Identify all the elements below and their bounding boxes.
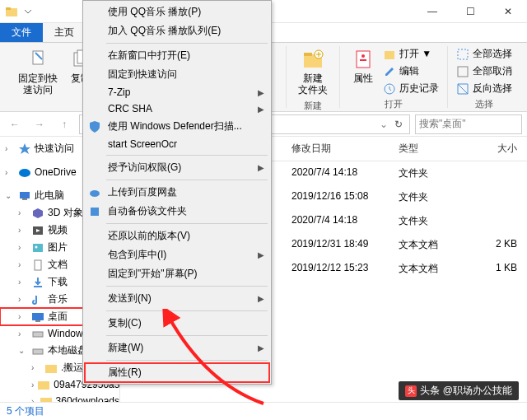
ctx-item[interactable]: 发送到(N)▶ xyxy=(85,289,269,308)
invert-button[interactable]: 反向选择 xyxy=(456,81,512,96)
ctx-item[interactable]: 在新窗口中打开(E) xyxy=(85,46,269,65)
open-group-label: 打开 xyxy=(385,96,403,110)
ctx-item[interactable]: 使用 QQ音乐 播放(P) xyxy=(85,2,269,21)
chevron-right-icon: ▶ xyxy=(258,294,264,303)
dropdown-icon[interactable]: ⌄ xyxy=(380,119,388,130)
svg-rect-23 xyxy=(33,244,43,252)
svg-point-18 xyxy=(19,169,30,177)
tab-home[interactable]: 主页 xyxy=(43,23,86,42)
ctx-item[interactable]: 复制(C) xyxy=(85,314,269,333)
properties-button[interactable]: 属性 xyxy=(348,46,378,96)
newfolder-icon xyxy=(301,48,324,71)
chevron-right-icon: ▶ xyxy=(258,88,264,97)
svg-rect-1 xyxy=(6,7,11,10)
svg-rect-25 xyxy=(35,260,41,270)
svg-rect-32 xyxy=(38,381,49,390)
newfolder-button[interactable]: 新建 文件夹 xyxy=(295,46,331,98)
ctx-item[interactable]: 加入 QQ音乐 播放队列(E) xyxy=(85,21,269,40)
svg-rect-14 xyxy=(458,67,468,77)
svg-point-9 xyxy=(361,54,365,58)
ctx-item[interactable]: start ScreenOcr xyxy=(85,136,269,152)
open-icon xyxy=(383,48,396,61)
new-group-label: 新建 xyxy=(304,98,322,112)
close-button[interactable]: ✕ xyxy=(489,0,527,23)
ctx-item[interactable]: 还原以前的版本(V) xyxy=(85,226,269,245)
svg-rect-11 xyxy=(385,51,394,59)
history-icon xyxy=(383,82,396,96)
chevron-right-icon: ▶ xyxy=(258,105,264,114)
backup-icon xyxy=(88,205,101,218)
open-button[interactable]: 打开 ▼ xyxy=(383,46,439,62)
nav-back-button[interactable]: ← xyxy=(5,114,25,134)
col-size[interactable]: 大小 xyxy=(474,137,524,161)
chevron-right-icon: ▶ xyxy=(258,343,264,352)
svg-rect-28 xyxy=(35,320,40,322)
ctx-item[interactable]: CRC SHA▶ xyxy=(85,100,269,117)
svg-rect-31 xyxy=(45,365,57,373)
history-button[interactable]: 历史记录 xyxy=(383,81,439,96)
edit-icon xyxy=(383,65,396,78)
tab-file[interactable]: 文件 xyxy=(0,23,43,42)
col-date[interactable]: 修改日期 xyxy=(285,137,392,161)
svg-rect-26 xyxy=(34,286,42,287)
select-group-label: 选择 xyxy=(475,96,493,110)
svg-rect-20 xyxy=(22,198,27,200)
invert-icon xyxy=(456,82,469,96)
refresh-icon[interactable]: ↻ xyxy=(391,119,406,130)
svg-marker-17 xyxy=(19,143,30,154)
svg-rect-19 xyxy=(20,192,30,198)
search-input[interactable]: 搜索"桌面" xyxy=(415,114,522,134)
ctx-item[interactable]: 固定到"开始"屏幕(P) xyxy=(85,264,269,283)
svg-rect-13 xyxy=(458,49,468,59)
svg-rect-35 xyxy=(91,208,99,216)
svg-point-34 xyxy=(90,190,100,197)
pin-button[interactable]: 固定到快 速访问 xyxy=(15,46,61,98)
selectall-button[interactable]: 全部选择 xyxy=(456,46,512,62)
svg-rect-33 xyxy=(40,398,52,402)
minimize-button[interactable]: — xyxy=(413,0,451,23)
ctx-item[interactable]: 自动备份该文件夹 xyxy=(85,202,269,221)
chevron-right-icon: ▶ xyxy=(258,163,264,172)
svg-rect-6 xyxy=(304,53,312,56)
cloud-icon xyxy=(88,186,101,199)
selectnone-button[interactable]: 全部取消 xyxy=(456,63,512,79)
ctx-item[interactable]: 授予访问权限(G)▶ xyxy=(85,158,269,177)
col-type[interactable]: 类型 xyxy=(392,137,474,161)
watermark: 头 头条 @职场办公技能 xyxy=(399,381,519,400)
ctx-item[interactable]: 属性(R) xyxy=(85,363,269,382)
svg-rect-27 xyxy=(32,313,44,320)
nav-fwd-button: → xyxy=(30,114,49,134)
ctx-item[interactable]: 7-Zip▶ xyxy=(85,84,269,100)
logo-icon: 头 xyxy=(405,385,417,397)
ctx-item[interactable]: 固定到快速访问 xyxy=(85,65,269,84)
tree-folder3[interactable]: ›360downloads xyxy=(0,393,119,402)
svg-rect-30 xyxy=(33,349,43,354)
selectall-icon xyxy=(456,48,469,61)
pin-icon xyxy=(26,48,49,71)
shield-icon xyxy=(88,120,101,133)
svg-rect-10 xyxy=(360,59,366,61)
maximize-button[interactable]: ☐ xyxy=(451,0,489,23)
properties-icon xyxy=(352,48,375,71)
nav-up-button[interactable]: ↑ xyxy=(54,114,74,134)
context-menu: 使用 QQ音乐 播放(P)加入 QQ音乐 播放队列(E)在新窗口中打开(E)固定… xyxy=(82,0,272,385)
svg-point-24 xyxy=(35,245,38,248)
status-bar: 5 个项目 xyxy=(0,402,527,420)
ctx-item[interactable]: 包含到库中(I)▶ xyxy=(85,245,269,264)
qat-down-icon[interactable] xyxy=(21,5,35,18)
svg-rect-29 xyxy=(33,332,43,337)
folder-icon xyxy=(5,5,18,18)
edit-button[interactable]: 编辑 xyxy=(383,63,439,79)
chevron-right-icon: ▶ xyxy=(258,250,264,259)
ctx-item[interactable]: 新建(W)▶ xyxy=(85,338,269,357)
ctx-item[interactable]: 上传到百度网盘 xyxy=(85,183,269,202)
ctx-item[interactable]: 使用 Windows Defender扫描... xyxy=(85,117,269,136)
selectnone-icon xyxy=(456,65,469,78)
item-count: 5 个项目 xyxy=(7,404,44,418)
